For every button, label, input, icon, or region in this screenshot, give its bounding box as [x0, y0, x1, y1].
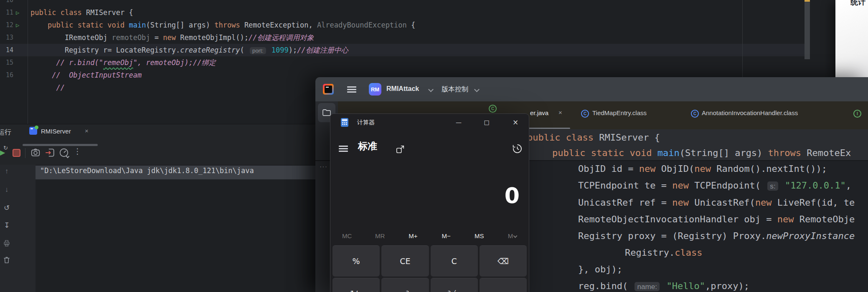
code-token: Registry. [625, 247, 675, 258]
code-token: (String[] args) [146, 21, 214, 29]
scroll-to-end-icon[interactable]: ↧ [2, 221, 12, 231]
close-button[interactable]: × [504, 114, 527, 131]
gutter-row: 13 [0, 31, 27, 44]
minimize-button[interactable]: — [447, 114, 470, 131]
print-icon[interactable] [2, 238, 12, 248]
code-token: TCPEndpoint( [689, 180, 766, 191]
calc-button-÷[interactable]: ÷ [480, 278, 527, 292]
code-line: public static void main(String[] args) t… [527, 145, 851, 161]
run-line-icon[interactable]: ▷ [16, 6, 19, 19]
clear-console-icon[interactable] [2, 255, 12, 265]
code-token [661, 281, 666, 291]
code-token: remeObj [103, 58, 133, 67]
memory-button-m+[interactable]: M+ [396, 229, 429, 243]
code-line: IRemoteObj remoteObj = new RemoteObjImpl… [30, 31, 415, 44]
gutter-row: 11▷ [0, 6, 27, 19]
step-down-icon[interactable]: ↓ [2, 185, 12, 195]
background-document-window[interactable]: 统计 [835, 0, 868, 78]
calc-button-²√x[interactable]: ²√x [431, 278, 478, 292]
code-token: Random().nextInt()); [711, 164, 827, 174]
run-tab[interactable]: RMIServer [41, 128, 71, 135]
code-line: Registry proxy = (Registry) Proxy.newPro… [527, 228, 857, 244]
calculator-display: 0 [330, 183, 520, 208]
line-number: 13 [6, 31, 13, 44]
intellij-logo-icon [323, 84, 334, 95]
run-tab-close-icon[interactable]: × [85, 127, 89, 134]
calculator-menu-icon[interactable] [339, 146, 348, 152]
code-line: reg.bind( name: "Hello",proxy); [527, 278, 857, 292]
code-token: // ObjectInputStream [52, 71, 142, 79]
tab1-class-icon: C [489, 105, 497, 113]
gutter-divider [28, 0, 28, 124]
calc-button-C[interactable]: C [431, 245, 478, 277]
code-token: reg.bind( [578, 281, 633, 291]
main-menu-icon[interactable] [347, 86, 356, 93]
code-token [30, 21, 48, 29]
code-token [560, 132, 566, 143]
run-config-icon [29, 127, 37, 135]
calculator-mode-label[interactable]: 标准 [358, 140, 377, 153]
line-number: 11 [6, 6, 13, 19]
maximize-button[interactable]: □ [475, 114, 498, 131]
calc-button-x²[interactable]: x² [381, 278, 429, 292]
vcs-dropdown-chevron[interactable] [474, 87, 480, 92]
tab3-class-icon: C [691, 110, 699, 118]
code-token: static [591, 148, 624, 158]
rerun-button[interactable]: ▶ ↻ [0, 147, 11, 158]
code-token [585, 148, 591, 158]
document-text: 统计 [850, 0, 865, 7]
project-name[interactable]: RMIAttack [386, 85, 419, 93]
calc-button-CE[interactable]: CE [381, 245, 429, 277]
gutter-row: 12▷ [0, 19, 27, 31]
tab1-close-icon[interactable]: × [558, 109, 562, 116]
code-token: new [672, 180, 689, 191]
profiler-button[interactable] [58, 147, 69, 158]
attach-debugger-button[interactable] [44, 147, 55, 158]
calc-button-%[interactable]: % [332, 245, 380, 277]
vcs-menu[interactable]: 版本控制 [442, 85, 468, 94]
project-dropdown-chevron[interactable] [428, 87, 434, 92]
screenshot-button[interactable] [30, 147, 41, 158]
calc-button-⌫[interactable]: ⌫ [480, 245, 527, 277]
w2-titlebar[interactable]: RM RMIAttack 版本控制 [315, 77, 868, 101]
code-token: public [527, 132, 560, 143]
line-number: 10 [6, 0, 13, 6]
screen: 1011▷12▷13141516 public class RMIServer … [0, 0, 868, 292]
history-icon[interactable] [512, 143, 523, 154]
memory-button-ms[interactable]: MS [463, 229, 496, 243]
code-token: RemoteException, [240, 21, 317, 29]
tab-tiedmapentry[interactable]: TiedMapEntry.class [592, 109, 647, 116]
project-badge[interactable]: RM [369, 83, 381, 96]
tab-scrollbar[interactable] [23, 144, 98, 146]
code-token: // [56, 83, 64, 92]
code-line: RemoteObjectInvocationHandler obj = new … [527, 211, 857, 228]
code-token [652, 148, 657, 158]
code-token [30, 71, 52, 79]
more-options-button[interactable]: ⋮ [74, 146, 84, 157]
soft-wrap-icon[interactable]: ↺ [2, 203, 12, 213]
code-token: = [150, 33, 163, 42]
code-token [624, 148, 629, 158]
line-number: 16 [6, 69, 13, 81]
editor-scrollbar[interactable] [805, 0, 810, 59]
rerun-arrow-icon: ↻ [3, 145, 8, 151]
code-token: ); [289, 46, 297, 54]
console-command-text: "D:\LeStoreDownload\Java jdk\jdk1.8.0_12… [40, 166, 254, 175]
calc-button-1/x[interactable]: 1/x [332, 278, 380, 292]
memory-button-mc: MC [330, 229, 363, 243]
tab-rmiserver-java[interactable]: er.java [530, 109, 548, 116]
code-token: IRemoteObj [30, 33, 112, 42]
gutter-row: 16 [0, 69, 27, 81]
code-token: ", remoteObj);//绑定 [133, 58, 216, 67]
memory-button-m−[interactable]: M− [430, 229, 463, 243]
step-up-icon[interactable]: ↑ [2, 166, 12, 176]
keep-on-top-icon[interactable] [396, 145, 405, 154]
tab-annotationinvocationhandler[interactable]: AnnotationInvocationHandler.class [702, 109, 798, 116]
stop-button[interactable] [13, 149, 20, 157]
code-token: Registry proxy = (Registry) Proxy. [578, 231, 766, 241]
code-line: public class RMIServer { [30, 6, 415, 19]
running-indicator-dot [35, 126, 38, 129]
run-line-icon[interactable]: ▷ [16, 19, 19, 31]
run-panel-title: 运行 [0, 128, 11, 137]
more-tool-windows-icon[interactable]: ··· [320, 163, 327, 171]
